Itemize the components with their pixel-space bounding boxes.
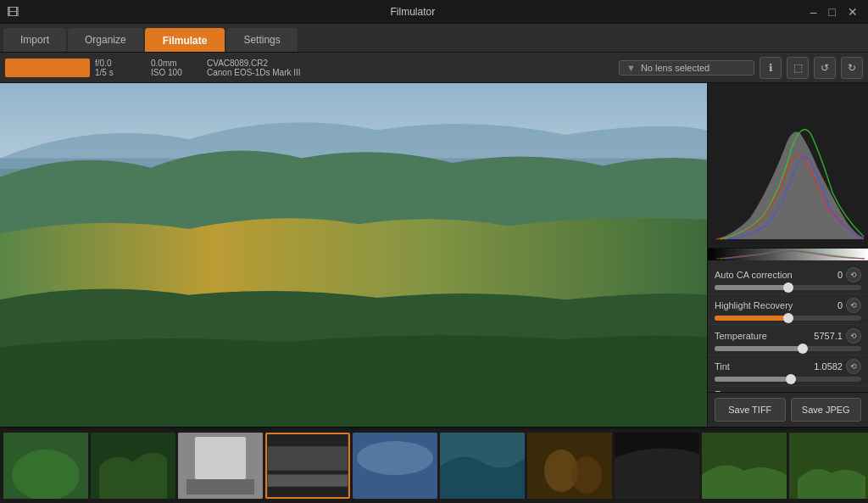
window-title: Filmulator: [19, 6, 807, 18]
svg-point-5: [12, 450, 80, 499]
rotate-cw-button[interactable]: ↻: [841, 57, 863, 79]
controls-panel: Auto CA correction 0 ⟲ Highlight Recover…: [708, 260, 868, 392]
temperature-slider[interactable]: [715, 346, 861, 351]
tab-settings[interactable]: Settings: [226, 28, 297, 52]
info-icon: ℹ: [769, 62, 773, 74]
lens-selector[interactable]: ▼ No lens selected: [619, 60, 754, 75]
tint-label: Tint: [715, 361, 730, 372]
info-button[interactable]: ℹ: [760, 57, 782, 79]
crop-icon: ⬚: [793, 62, 803, 74]
filmstrip-thumb-6[interactable]: [440, 433, 525, 499]
exposure-compensation-control: Exposure Compensation 0.0000 ⟲: [708, 386, 868, 392]
filmstrip-thumb-5[interactable]: [353, 433, 437, 499]
temperature-reset[interactable]: ⟲: [846, 328, 861, 344]
camera-info: CVAC8089.CR2 Canon EOS-1Ds Mark III: [207, 59, 301, 77]
auto-ca-value: 0: [796, 270, 843, 280]
filmstrip-thumb-9[interactable]: [702, 433, 787, 499]
lens-info: 0.0mm ISO 100: [151, 59, 202, 77]
tab-organize[interactable]: Organize: [68, 28, 143, 52]
crop-button[interactable]: ⬚: [787, 57, 809, 79]
histogram-svg: [708, 83, 868, 248]
save-jpeg-button[interactable]: Save JPEG: [791, 398, 862, 422]
rotate-ccw-button[interactable]: ↺: [814, 57, 836, 79]
minimize-button[interactable]: –: [807, 3, 821, 20]
temperature-value: 5757.1: [796, 331, 843, 341]
window-controls: – □ ✕: [807, 3, 861, 20]
toolbar: f/0.0 1/5 s 0.0mm ISO 100 CVAC8089.CR2 C…: [0, 53, 868, 83]
save-tiff-button[interactable]: Save TIFF: [715, 398, 786, 422]
highlight-recovery-control: Highlight Recovery 0 ⟲: [708, 294, 868, 325]
main-photo: [0, 83, 707, 427]
main-area: Auto CA correction 0 ⟲ Highlight Recover…: [0, 83, 868, 427]
temperature-control: Temperature 5757.1 ⟲: [708, 325, 868, 355]
filmstrip-thumb-10[interactable]: [789, 433, 868, 499]
highlight-recovery-slider[interactable]: [715, 316, 861, 321]
rotate-cw-icon: ↻: [848, 62, 856, 74]
filmstrip-thumb-4[interactable]: [265, 433, 350, 499]
thumbnail-preview: [5, 59, 90, 77]
auto-ca-reset[interactable]: ⟲: [846, 267, 861, 282]
close-button[interactable]: ✕: [844, 3, 861, 20]
svg-point-18: [571, 456, 602, 494]
auto-ca-slider[interactable]: [715, 285, 861, 290]
temperature-label: Temperature: [715, 331, 767, 341]
histogram: [708, 83, 868, 249]
tint-value: 1.0582: [796, 361, 843, 372]
highlight-recovery-reset[interactable]: ⟲: [846, 298, 861, 313]
svg-rect-9: [186, 479, 254, 495]
tab-filmulate[interactable]: Filmulate: [145, 28, 225, 52]
filmstrip-thumb-2[interactable]: [91, 433, 175, 499]
app-icon: 🎞: [7, 5, 19, 19]
image-area: [0, 83, 707, 427]
right-panel: Auto CA correction 0 ⟲ Highlight Recover…: [707, 83, 868, 427]
filmstrip: [0, 427, 868, 503]
filmstrip-thumb-3[interactable]: [178, 433, 263, 499]
auto-ca-control: Auto CA correction 0 ⟲: [708, 264, 868, 294]
tint-slider[interactable]: [715, 377, 861, 382]
rotate-ccw-icon: ↺: [821, 62, 829, 74]
svg-point-14: [357, 441, 433, 475]
tab-import[interactable]: Import: [3, 28, 66, 52]
exposure-info: f/0.0 1/5 s: [95, 59, 146, 77]
svg-rect-11: [268, 446, 348, 470]
auto-ca-label: Auto CA correction: [715, 270, 793, 280]
svg-rect-12: [268, 474, 348, 486]
photo-svg: [0, 83, 707, 427]
filmstrip-thumb-7[interactable]: [527, 433, 612, 499]
tint-control: Tint 1.0582 ⟲: [708, 355, 868, 386]
save-row: Save TIFF Save JPEG: [708, 392, 868, 427]
highlight-recovery-value: 0: [796, 300, 843, 310]
histogram-mini-svg: [708, 249, 868, 260]
highlight-recovery-label: Highlight Recovery: [715, 300, 793, 310]
histogram-strip: [708, 249, 868, 260]
titlebar: 🎞 Filmulator – □ ✕: [0, 0, 868, 24]
svg-rect-8: [195, 437, 246, 479]
filmstrip-thumb-8[interactable]: [615, 433, 699, 499]
tint-reset[interactable]: ⟲: [846, 359, 861, 374]
lens-dropdown-arrow: ▼: [626, 63, 636, 73]
maximize-button[interactable]: □: [826, 3, 839, 20]
filmstrip-thumb-1[interactable]: [3, 433, 88, 499]
tabbar: Import Organize Filmulate Settings: [0, 24, 868, 53]
